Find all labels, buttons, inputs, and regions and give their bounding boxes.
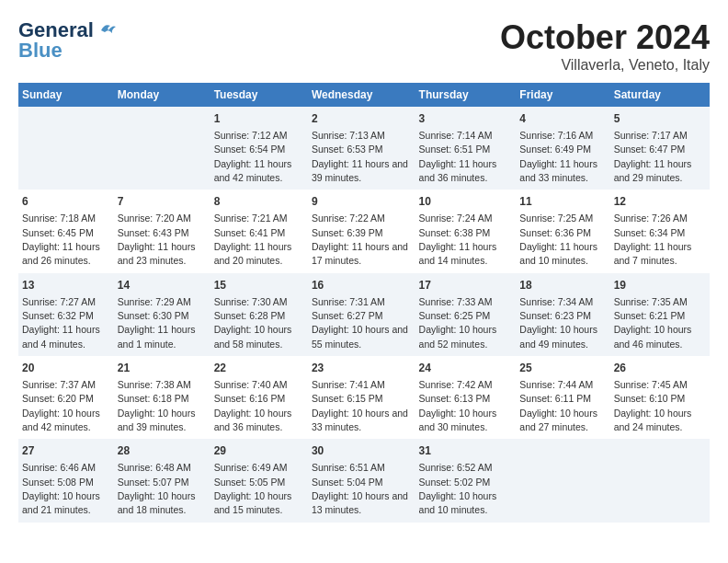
day-number: 28 — [118, 443, 207, 459]
day-number: 30 — [312, 443, 412, 459]
calendar-week-row: 1Sunrise: 7:12 AM Sunset: 6:54 PM Daylig… — [18, 107, 710, 190]
calendar-cell: 9Sunrise: 7:22 AM Sunset: 6:39 PM Daylig… — [308, 190, 415, 272]
calendar-cell: 31Sunrise: 6:52 AM Sunset: 5:02 PM Dayli… — [415, 439, 517, 522]
day-number: 9 — [312, 194, 412, 210]
day-number: 16 — [312, 278, 412, 293]
calendar-week-row: 20Sunrise: 7:37 AM Sunset: 6:20 PM Dayli… — [18, 356, 710, 439]
calendar-cell: 17Sunrise: 7:33 AM Sunset: 6:25 PM Dayli… — [415, 273, 517, 356]
calendar-cell: 21Sunrise: 7:38 AM Sunset: 6:18 PM Dayli… — [114, 356, 210, 439]
calendar-cell: 8Sunrise: 7:21 AM Sunset: 6:41 PM Daylig… — [210, 190, 308, 272]
day-number: 10 — [419, 194, 513, 210]
day-number: 22 — [214, 361, 304, 376]
day-info: Sunrise: 7:27 AM Sunset: 6:32 PM Dayligh… — [22, 296, 100, 350]
day-number: 6 — [22, 194, 110, 210]
calendar-week-row: 27Sunrise: 6:46 AM Sunset: 5:08 PM Dayli… — [18, 439, 710, 522]
day-info: Sunrise: 7:37 AM Sunset: 6:20 PM Dayligh… — [22, 379, 100, 432]
day-number: 19 — [614, 278, 706, 293]
day-info: Sunrise: 7:26 AM Sunset: 6:34 PM Dayligh… — [614, 213, 692, 266]
day-info: Sunrise: 7:34 AM Sunset: 6:23 PM Dayligh… — [519, 296, 597, 350]
day-number: 23 — [312, 361, 412, 376]
day-info: Sunrise: 7:12 AM Sunset: 6:54 PM Dayligh… — [214, 130, 292, 183]
calendar-cell: 5Sunrise: 7:17 AM Sunset: 6:47 PM Daylig… — [610, 107, 710, 190]
day-number: 24 — [419, 361, 513, 376]
weekday-header-thursday: Thursday — [415, 83, 517, 107]
day-number: 4 — [519, 111, 606, 127]
calendar-cell: 23Sunrise: 7:41 AM Sunset: 6:15 PM Dayli… — [308, 356, 415, 439]
day-number: 29 — [214, 443, 304, 459]
calendar-cell: 2Sunrise: 7:13 AM Sunset: 6:53 PM Daylig… — [308, 107, 415, 190]
day-number: 1 — [214, 111, 304, 127]
weekday-header-sunday: Sunday — [18, 83, 114, 107]
calendar-cell: 27Sunrise: 6:46 AM Sunset: 5:08 PM Dayli… — [18, 439, 114, 522]
day-info: Sunrise: 7:33 AM Sunset: 6:25 PM Dayligh… — [419, 296, 497, 350]
day-info: Sunrise: 7:40 AM Sunset: 6:16 PM Dayligh… — [214, 379, 292, 432]
day-info: Sunrise: 7:20 AM Sunset: 6:43 PM Dayligh… — [118, 213, 196, 266]
day-number: 14 — [118, 278, 207, 293]
day-number: 11 — [519, 194, 606, 210]
calendar-cell: 12Sunrise: 7:26 AM Sunset: 6:34 PM Dayli… — [610, 190, 710, 272]
calendar-cell: 6Sunrise: 7:18 AM Sunset: 6:45 PM Daylig… — [18, 190, 114, 272]
calendar-cell: 18Sunrise: 7:34 AM Sunset: 6:23 PM Dayli… — [516, 273, 609, 356]
calendar-cell: 25Sunrise: 7:44 AM Sunset: 6:11 PM Dayli… — [516, 356, 609, 439]
day-number: 8 — [214, 194, 304, 210]
day-info: Sunrise: 6:51 AM Sunset: 5:04 PM Dayligh… — [312, 462, 408, 515]
calendar-cell: 29Sunrise: 6:49 AM Sunset: 5:05 PM Dayli… — [210, 439, 308, 522]
day-number: 25 — [519, 361, 606, 376]
day-info: Sunrise: 7:31 AM Sunset: 6:27 PM Dayligh… — [312, 296, 408, 350]
day-info: Sunrise: 6:52 AM Sunset: 5:02 PM Dayligh… — [419, 462, 497, 515]
calendar-cell: 13Sunrise: 7:27 AM Sunset: 6:32 PM Dayli… — [18, 273, 114, 356]
day-number: 21 — [118, 361, 207, 376]
day-info: Sunrise: 7:24 AM Sunset: 6:38 PM Dayligh… — [419, 213, 497, 266]
weekday-header-friday: Friday — [516, 83, 609, 107]
day-number: 17 — [419, 278, 513, 293]
day-info: Sunrise: 7:38 AM Sunset: 6:18 PM Dayligh… — [118, 379, 196, 432]
day-info: Sunrise: 7:42 AM Sunset: 6:13 PM Dayligh… — [419, 379, 497, 432]
calendar-cell — [114, 107, 210, 190]
month-title: October 2024 — [500, 18, 710, 57]
calendar-cell: 1Sunrise: 7:12 AM Sunset: 6:54 PM Daylig… — [210, 107, 308, 190]
calendar-cell — [18, 107, 114, 190]
calendar-cell: 20Sunrise: 7:37 AM Sunset: 6:20 PM Dayli… — [18, 356, 114, 439]
day-number: 31 — [419, 443, 513, 459]
calendar-cell: 10Sunrise: 7:24 AM Sunset: 6:38 PM Dayli… — [415, 190, 517, 272]
calendar-cell: 7Sunrise: 7:20 AM Sunset: 6:43 PM Daylig… — [114, 190, 210, 272]
calendar-cell: 22Sunrise: 7:40 AM Sunset: 6:16 PM Dayli… — [210, 356, 308, 439]
day-info: Sunrise: 6:46 AM Sunset: 5:08 PM Dayligh… — [22, 462, 100, 515]
weekday-header-saturday: Saturday — [610, 83, 710, 107]
calendar-cell: 11Sunrise: 7:25 AM Sunset: 6:36 PM Dayli… — [516, 190, 609, 272]
day-number: 7 — [118, 194, 207, 210]
calendar-cell: 16Sunrise: 7:31 AM Sunset: 6:27 PM Dayli… — [308, 273, 415, 356]
day-number: 20 — [22, 361, 110, 376]
day-info: Sunrise: 7:45 AM Sunset: 6:10 PM Dayligh… — [614, 379, 692, 432]
calendar-cell: 14Sunrise: 7:29 AM Sunset: 6:30 PM Dayli… — [114, 273, 210, 356]
day-number: 3 — [419, 111, 513, 127]
calendar-cell: 24Sunrise: 7:42 AM Sunset: 6:13 PM Dayli… — [415, 356, 517, 439]
calendar-cell: 26Sunrise: 7:45 AM Sunset: 6:10 PM Dayli… — [610, 356, 710, 439]
calendar-table: SundayMondayTuesdayWednesdayThursdayFrid… — [18, 83, 710, 523]
weekday-header-monday: Monday — [114, 83, 210, 107]
day-info: Sunrise: 7:44 AM Sunset: 6:11 PM Dayligh… — [519, 379, 597, 432]
day-number: 5 — [614, 111, 706, 127]
location-title: Villaverla, Veneto, Italy — [500, 57, 710, 74]
calendar-week-row: 13Sunrise: 7:27 AM Sunset: 6:32 PM Dayli… — [18, 273, 710, 356]
day-number: 15 — [214, 278, 304, 293]
logo-bird-icon — [97, 21, 118, 40]
weekday-header-wednesday: Wednesday — [308, 83, 415, 107]
weekday-header-tuesday: Tuesday — [210, 83, 308, 107]
day-number: 13 — [22, 278, 110, 293]
calendar-cell: 3Sunrise: 7:14 AM Sunset: 6:51 PM Daylig… — [415, 107, 517, 190]
day-number: 27 — [22, 443, 110, 459]
day-info: Sunrise: 7:13 AM Sunset: 6:53 PM Dayligh… — [312, 130, 408, 183]
logo: General Blue — [18, 18, 118, 63]
day-info: Sunrise: 7:14 AM Sunset: 6:51 PM Dayligh… — [419, 130, 497, 183]
day-info: Sunrise: 7:29 AM Sunset: 6:30 PM Dayligh… — [118, 296, 196, 350]
calendar-week-row: 6Sunrise: 7:18 AM Sunset: 6:45 PM Daylig… — [18, 190, 710, 272]
day-number: 2 — [312, 111, 412, 127]
day-info: Sunrise: 7:21 AM Sunset: 6:41 PM Dayligh… — [214, 213, 292, 266]
day-info: Sunrise: 7:35 AM Sunset: 6:21 PM Dayligh… — [614, 296, 692, 350]
day-info: Sunrise: 7:41 AM Sunset: 6:15 PM Dayligh… — [312, 379, 408, 432]
day-info: Sunrise: 7:25 AM Sunset: 6:36 PM Dayligh… — [519, 213, 597, 266]
calendar-cell: 15Sunrise: 7:30 AM Sunset: 6:28 PM Dayli… — [210, 273, 308, 356]
day-info: Sunrise: 6:48 AM Sunset: 5:07 PM Dayligh… — [118, 462, 196, 515]
day-info: Sunrise: 7:30 AM Sunset: 6:28 PM Dayligh… — [214, 296, 292, 350]
